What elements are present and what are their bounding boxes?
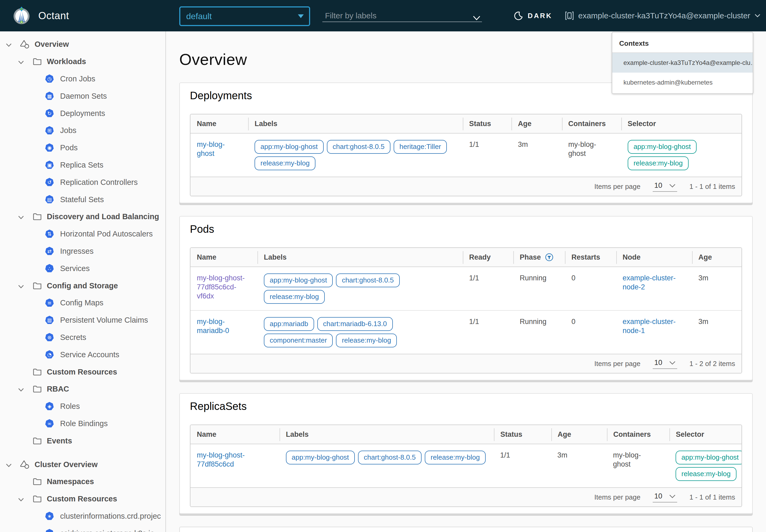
items-per-page-select[interactable]: 10 [653,181,677,192]
label-chip[interactable]: release:my-blog [336,334,397,347]
chevron-down-icon[interactable] [6,459,12,469]
chevron-down-icon[interactable] [473,13,480,23]
cell-name: my-blog-ghost-77df85c6cd-vf6dx [190,267,257,310]
filter-icon[interactable] [545,253,553,261]
label-chip[interactable]: app:my-blog-ghost [255,140,323,154]
sidebar-item-rbac[interactable]: RBAC [0,380,165,398]
label-chip[interactable]: component:master [264,334,333,347]
sidebar-item-persistent-volume-claims[interactable]: ▥Persistent Volume Claims [0,311,165,329]
sidebar-item-role-bindings[interactable]: ∞Role Bindings [0,415,165,432]
label-chip[interactable]: release:my-blog [255,156,315,170]
sidebar-item-label: Jobs [60,126,76,135]
sidebar-item-custom-resources[interactable]: Custom Resources [0,490,165,508]
main-content: Overview DeploymentsNameLabelsStatusAgeC… [166,31,766,532]
context-label: example-cluster-ka3TuTzYo4a@example-clus… [578,11,750,20]
k8s-pvc-icon: ▥ [45,315,54,325]
k8s-replica-sets-icon: ▣ [45,160,54,170]
sidebar-item-config-and-storage[interactable]: Config and Storage [0,277,165,294]
label-chip[interactable]: app:my-blog-ghost [628,140,697,154]
sidebar-item-label: Service Accounts [60,350,119,359]
label-chip[interactable]: release:my-blog [264,290,325,304]
namespace-select[interactable]: default [179,6,310,26]
sidebar-item-label: Custom Resources [47,367,117,376]
chevron-down-icon[interactable] [18,384,24,394]
chevron-down-icon [669,492,676,500]
chevron-down-icon[interactable] [18,494,24,504]
cell-node: example-cluster-node-2 [616,267,692,310]
label-chip[interactable]: heritage:Tiller [394,140,447,154]
dark-mode-toggle[interactable]: DARK [514,0,552,31]
sidebar-item-deployments[interactable]: ↻Deployments [0,105,165,122]
sidebar-item-services[interactable]: ∴Services [0,260,165,277]
chevron-down-icon[interactable] [6,39,12,49]
sidebar-item-label: Config Maps [60,298,103,307]
label-chip[interactable]: release:my-blog [425,451,486,464]
chevron-down-icon[interactable] [18,281,24,290]
sidebar-item-cluster-overview[interactable]: Cluster Overview [0,456,165,473]
column-header-age: Age [692,248,742,267]
label-chip[interactable]: chart:mariadb-6.13.0 [317,317,393,331]
sidebar-item-roles[interactable]: ◈Roles [0,398,165,415]
resource-link[interactable]: example-cluster-node-2 [623,273,686,292]
sidebar-item-label: Namespaces [47,477,94,486]
context-menu-item[interactable]: example-cluster-ka3TuTzYo4a@example-clu… [612,53,753,73]
label-chip[interactable]: release:my-blog [628,156,689,170]
resource-link[interactable]: my-blog-ghost [197,140,242,158]
label-chip[interactable]: app:my-blog-ghost [286,451,355,464]
items-per-page-value: 10 [654,181,662,190]
items-per-page-select[interactable]: 10 [653,492,677,502]
sidebar-item-cron-jobs[interactable]: ◷Cron Jobs [0,70,165,88]
sidebar-item-config-maps[interactable]: ≡Config Maps [0,294,165,311]
context-menu-item[interactable]: kubernetes-admin@kubernetes [612,73,753,92]
cell-phase: Running [513,267,565,310]
cell-age: 3m [692,267,742,310]
resource-link[interactable]: my-blog-ghost-77df85c6cd [197,451,273,469]
label-filter[interactable]: Filter by labels [322,0,482,31]
label-chip[interactable]: app:mariadb [264,317,314,331]
cell-containers: my-blog-ghost [562,134,621,177]
sidebar-item-replication-controllers[interactable]: ↺Replication Controllers [0,173,165,191]
sidebar-item-service-accounts[interactable]: ◔Service Accounts [0,346,165,363]
column-header-ready: Ready [463,248,513,267]
label-chip[interactable]: release:my-blog [676,467,736,481]
sidebar-item-workloads[interactable]: Workloads [0,53,165,70]
sidebar-item-events[interactable]: Events [0,432,165,449]
sidebar-item-namespaces[interactable]: Namespaces [0,473,165,490]
dark-mode-label: DARK [528,12,552,20]
filter-underline [322,22,482,22]
table-header-row: NameLabelsStatusAgeContainersSelector [190,114,742,134]
caret-down-icon [298,14,304,18]
sidebar-item-secrets[interactable]: ⊛Secrets [0,329,165,346]
sidebar-item-clusterinformations-crd-projec[interactable]: ∗clusterinformations.crd.projec [0,508,165,525]
cell-ready: 1/1 [463,267,513,310]
label-chip[interactable]: app:my-blog-ghost [264,273,333,287]
column-header-status: Status [494,425,551,444]
sidebar-item-csidrivers-csi-storage-k8s-io[interactable]: ∗csidrivers.csi.storage.k8s.io [0,525,165,532]
sidebar-item-ingresses[interactable]: ⇄Ingresses [0,243,165,260]
resource-link[interactable]: my-blog-mariadb-0 [197,317,251,335]
context-selector[interactable]: example-cluster-ka3TuTzYo4a@example-clus… [565,0,760,31]
label-chip[interactable]: chart:ghost-8.0.5 [327,140,390,154]
sidebar-item-horizontal-pod-autoscalers[interactable]: ⇅Horizontal Pod Autoscalers [0,225,165,243]
sidebar-item-stateful-sets[interactable]: ▤Stateful Sets [0,191,165,208]
chevron-down-icon[interactable] [18,212,24,222]
sidebar-item-daemon-sets[interactable]: ▦Daemon Sets [0,87,165,105]
sidebar-item-custom-resources[interactable]: Custom Resources [0,363,165,380]
sidebar-item-discovery-and-load-balancing[interactable]: Discovery and Load Balancing [0,208,165,225]
label-chip[interactable]: app:my-blog-ghost [676,451,742,464]
sidebar-item-overview[interactable]: Overview [0,36,165,53]
sidebar-item-label: Role Bindings [60,419,108,428]
sidebar-item-pods[interactable]: ◉Pods [0,139,165,156]
label-chip[interactable]: chart:ghost-8.0.5 [358,451,422,464]
column-header-labels: Labels [280,425,494,444]
resource-link[interactable]: example-cluster-node-1 [623,317,686,335]
resource-link[interactable]: my-blog-ghost-77df85c6cd-vf6dx [197,273,251,301]
folder-icon [33,478,41,485]
label-chip[interactable]: chart:ghost-8.0.5 [336,273,399,287]
cell-age: 3m [551,444,607,487]
pagination-range: 1 - 1 of 1 items [689,493,735,501]
sidebar-item-jobs[interactable]: ⊞Jobs [0,122,165,139]
chevron-down-icon[interactable] [18,57,24,67]
items-per-page-select[interactable]: 10 [653,359,677,369]
sidebar-item-replica-sets[interactable]: ▣Replica Sets [0,156,165,174]
